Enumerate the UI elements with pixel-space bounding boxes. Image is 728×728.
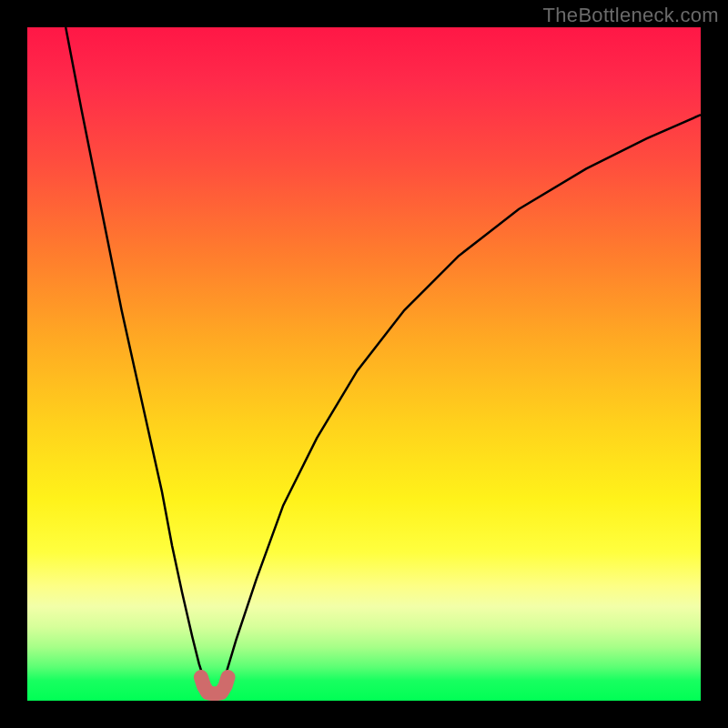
- outer-frame: TheBottleneck.com: [0, 0, 728, 728]
- curve-left-branch: [66, 27, 207, 689]
- chart-svg: [27, 27, 701, 701]
- curve-right-branch: [221, 115, 701, 689]
- plot-area: [27, 27, 701, 701]
- watermark-text: TheBottleneck.com: [543, 4, 719, 27]
- valley-bump: [201, 677, 228, 694]
